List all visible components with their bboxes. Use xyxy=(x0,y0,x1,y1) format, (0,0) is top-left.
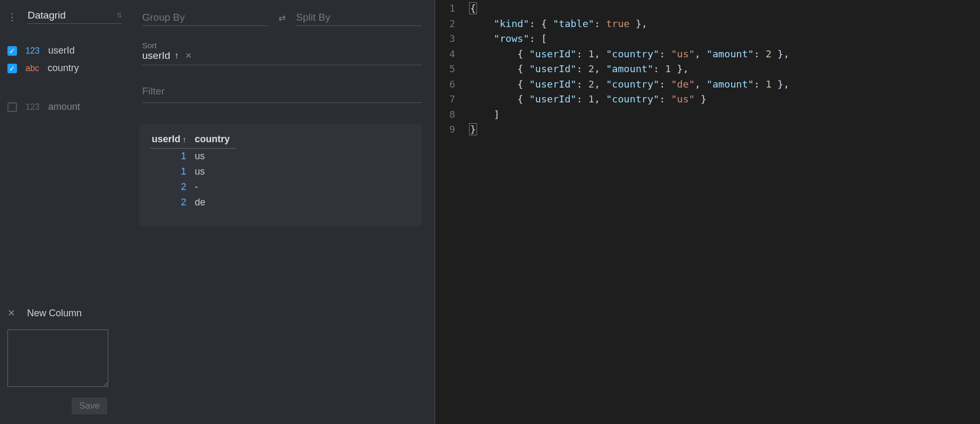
column-name: userId xyxy=(48,45,75,56)
new-column-label: New Column xyxy=(27,308,82,319)
table-header[interactable]: userId↑ xyxy=(150,131,193,149)
column-name: country xyxy=(48,63,79,74)
sort-remove-icon[interactable]: ✕ xyxy=(185,51,192,60)
sort-field: userId xyxy=(142,50,170,62)
table-cell: - xyxy=(193,179,236,195)
column-type-tag: abc xyxy=(25,64,39,73)
column-row[interactable]: ✓abccountry xyxy=(7,63,122,74)
column-type-tag: 123 xyxy=(25,102,40,112)
sort-row[interactable]: userId ↑ ✕ xyxy=(142,50,422,65)
table-cell: 1 xyxy=(150,149,193,165)
split-by-input[interactable] xyxy=(296,10,422,26)
sidebar: ⋮ Datagrid ⇅ ✓123userId✓abccountry123amo… xyxy=(0,0,129,424)
table-row[interactable]: 1us xyxy=(150,164,236,179)
table-cell: us xyxy=(193,149,236,165)
close-icon[interactable]: ✕ xyxy=(7,307,15,319)
kebab-menu-icon[interactable]: ⋮ xyxy=(7,12,17,22)
new-column-section: ✕ New Column Save xyxy=(7,307,122,414)
sort-label: Sort xyxy=(142,41,422,50)
data-table: userId↑country 1us1us2-2de xyxy=(150,131,236,210)
column-row[interactable]: ✓123userId xyxy=(7,45,122,56)
group-by-input[interactable] xyxy=(142,10,268,26)
column-type-tag: 123 xyxy=(25,46,40,56)
column-list: ✓123userId✓abccountry123amount xyxy=(7,45,122,113)
new-column-textarea[interactable] xyxy=(7,330,108,387)
config-main: ⇄ Sort userId ↑ ✕ userId↑country 1us1us2… xyxy=(129,0,435,424)
editor-gutter: 123456789 xyxy=(435,1,470,424)
save-button[interactable]: Save xyxy=(72,397,107,414)
table-row[interactable]: 1us xyxy=(150,149,236,165)
column-checkbox[interactable]: ✓ xyxy=(7,64,17,73)
table-cell: 2 xyxy=(150,179,193,195)
data-table-wrap: userId↑country 1us1us2-2de xyxy=(139,124,422,226)
column-row[interactable]: 123amount xyxy=(7,101,122,113)
code-editor[interactable]: 123456789 { "kind": { "table": true }, "… xyxy=(435,0,980,424)
table-cell: us xyxy=(193,164,236,179)
sort-asc-icon: ↑ xyxy=(175,51,179,60)
table-cell: 2 xyxy=(150,195,193,210)
editor-code[interactable]: { "kind": { "table": true }, "rows": [ {… xyxy=(470,1,980,424)
filter-input[interactable] xyxy=(142,83,422,99)
view-type-label: Datagrid xyxy=(28,10,66,21)
swap-icon[interactable]: ⇄ xyxy=(279,13,285,23)
view-type-select[interactable]: Datagrid ⇅ xyxy=(28,10,122,24)
sort-asc-icon: ↑ xyxy=(183,135,186,144)
sidebar-header: ⋮ Datagrid ⇅ xyxy=(7,10,122,24)
select-chevron-icon: ⇅ xyxy=(117,12,122,19)
table-row[interactable]: 2de xyxy=(150,195,236,210)
table-header[interactable]: country xyxy=(193,131,236,149)
column-name: amount xyxy=(48,101,80,113)
table-cell: 1 xyxy=(150,164,193,179)
column-checkbox[interactable]: ✓ xyxy=(7,46,17,56)
table-cell: de xyxy=(193,195,236,210)
column-checkbox[interactable] xyxy=(7,102,17,112)
left-panel: ⋮ Datagrid ⇅ ✓123userId✓abccountry123amo… xyxy=(0,0,435,424)
table-row[interactable]: 2- xyxy=(150,179,236,195)
